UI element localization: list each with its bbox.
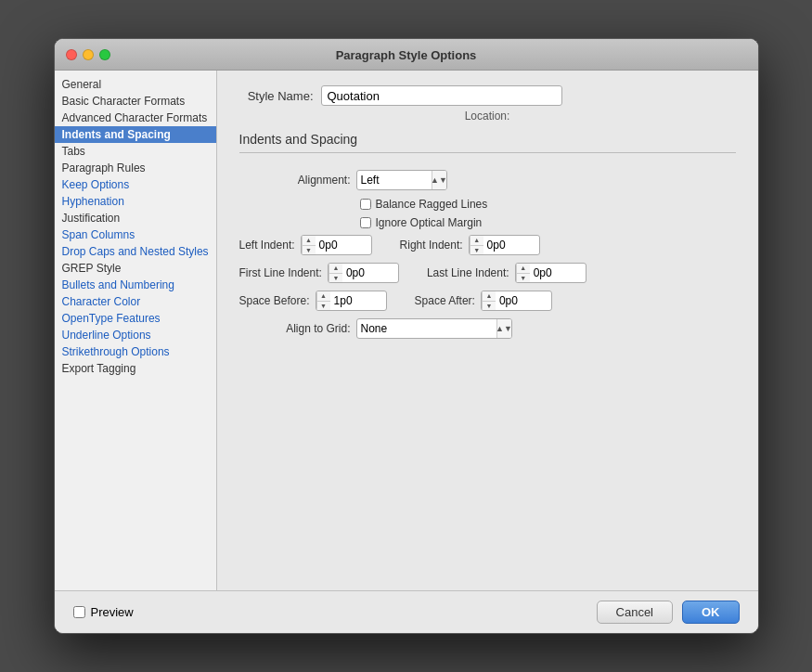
alignment-dropdown-arrow: ▲▼ (432, 170, 446, 190)
space-after-spinner: ▲ ▼ (482, 291, 496, 311)
left-indent-down[interactable]: ▼ (303, 246, 316, 256)
space-after-input-group: ▲ ▼ (481, 291, 552, 311)
left-indent-spinner: ▲ ▼ (302, 235, 316, 255)
first-line-input-group: ▲ ▼ (328, 263, 399, 283)
last-line-up[interactable]: ▲ (517, 263, 530, 274)
align-grid-arrow: ▲▼ (496, 318, 511, 339)
left-indent-input[interactable] (316, 236, 371, 254)
sidebar-item-grep-style[interactable]: GREP Style (55, 260, 216, 277)
alignment-select[interactable]: Left Center Right Justify (357, 170, 432, 190)
last-line-input[interactable] (530, 264, 586, 282)
footer-buttons: Cancel OK (597, 601, 740, 624)
right-indent-down[interactable]: ▼ (470, 246, 483, 256)
sidebar-item-tabs[interactable]: Tabs (55, 143, 216, 160)
right-indent-pair: Right Indent: ▲ ▼ (400, 235, 540, 255)
sidebar-item-bullets[interactable]: Bullets and Numbering (55, 277, 216, 293)
sidebar-item-keep-options[interactable]: Keep Options (55, 176, 216, 193)
space-row: Space Before: ▲ ▼ Space After: (239, 291, 736, 311)
align-grid-row: Align to Grid: None All Lines First Line… (239, 318, 736, 339)
sidebar-item-advanced-char[interactable]: Advanced Character Formats (55, 110, 216, 126)
left-indent-input-group: ▲ ▼ (301, 235, 372, 255)
alignment-row: Alignment: Left Center Right Justify ▲▼ (239, 170, 736, 190)
sidebar-item-drop-caps[interactable]: Drop Caps and Nested Styles (55, 243, 216, 260)
first-line-up[interactable]: ▲ (329, 263, 342, 274)
close-button[interactable] (66, 49, 77, 60)
last-line-input-group: ▲ ▼ (515, 263, 586, 283)
sidebar-item-para-rules[interactable]: Paragraph Rules (55, 160, 216, 176)
space-after-down[interactable]: ▼ (483, 302, 496, 312)
balance-ragged-checkbox[interactable] (360, 199, 371, 210)
sidebar-item-basic-char[interactable]: Basic Character Formats (55, 93, 216, 110)
first-line-label: First Line Indent: (239, 266, 322, 279)
sidebar-item-export-tagging[interactable]: Export Tagging (55, 360, 216, 377)
sidebar-item-char-color[interactable]: Character Color (55, 293, 216, 310)
last-line-label: Last Line Indent: (427, 266, 509, 279)
alignment-label: Alignment: (239, 174, 351, 187)
ignore-optical-checkbox[interactable] (360, 217, 371, 228)
dialog-title: Paragraph Style Options (336, 48, 477, 62)
first-line-spinner: ▲ ▼ (329, 263, 342, 283)
space-after-input[interactable] (496, 291, 551, 310)
space-after-up[interactable]: ▲ (483, 291, 496, 302)
space-before-up[interactable]: ▲ (317, 291, 330, 302)
window-controls (66, 49, 110, 60)
sidebar-item-indents[interactable]: Indents and Spacing (55, 126, 216, 143)
space-before-input-group: ▲ ▼ (316, 291, 387, 311)
style-name-input[interactable] (321, 85, 562, 106)
section-title: Indents and Spacing (239, 132, 736, 153)
space-after-pair: Space After: ▲ ▼ (415, 291, 552, 311)
ok-button[interactable]: OK (682, 601, 740, 624)
sidebar-item-underline[interactable]: Underline Options (55, 327, 216, 343)
dialog-body: General Basic Character Formats Advanced… (55, 71, 758, 590)
first-line-input[interactable] (342, 264, 398, 282)
align-grid-label: Align to Grid: (239, 322, 351, 335)
right-indent-spinner: ▲ ▼ (470, 235, 483, 255)
sidebar-item-strikethrough[interactable]: Strikethrough Options (55, 343, 216, 360)
left-indent-up[interactable]: ▲ (303, 235, 316, 246)
sidebar-item-hyphenation[interactable]: Hyphenation (55, 193, 216, 210)
title-bar: Paragraph Style Options (55, 39, 758, 71)
preview-label: Preview (91, 605, 134, 619)
ignore-optical-row: Ignore Optical Margin (360, 216, 736, 229)
space-before-spinner: ▲ ▼ (316, 291, 330, 311)
ignore-optical-label: Ignore Optical Margin (376, 216, 483, 229)
main-content: Style Name: Location: Indents and Spacin… (217, 71, 758, 590)
right-indent-label: Right Indent: (400, 239, 463, 252)
maximize-button[interactable] (99, 49, 110, 60)
sidebar-item-span-columns[interactable]: Span Columns (55, 226, 216, 243)
space-after-label: Space After: (415, 294, 475, 307)
paragraph-style-dialog: Paragraph Style Options General Basic Ch… (54, 38, 759, 634)
alignment-select-wrapper: Left Center Right Justify ▲▼ (356, 170, 447, 190)
last-line-spinner: ▲ ▼ (516, 263, 530, 283)
dialog-footer: Preview Cancel OK (55, 590, 758, 633)
location-label: Location: (465, 110, 510, 123)
last-line-down[interactable]: ▼ (517, 274, 530, 284)
space-before-pair: Space Before: ▲ ▼ (239, 291, 387, 311)
indent-row-2: First Line Indent: ▲ ▼ Last Line Indent: (239, 263, 736, 283)
sidebar-item-opentype[interactable]: OpenType Features (55, 310, 216, 327)
preview-area: Preview (73, 605, 134, 619)
sidebar: General Basic Character Formats Advanced… (55, 71, 217, 590)
align-grid-select-group: None All Lines First Line Only ▲▼ (356, 318, 512, 339)
align-grid-select[interactable]: None All Lines First Line Only (357, 318, 496, 339)
right-indent-input[interactable] (483, 236, 539, 254)
space-before-input[interactable] (330, 291, 386, 310)
preview-checkbox[interactable] (73, 606, 85, 618)
right-indent-up[interactable]: ▲ (470, 235, 483, 246)
space-before-label: Space Before: (239, 294, 310, 307)
minimize-button[interactable] (83, 49, 94, 60)
first-line-down[interactable]: ▼ (329, 274, 342, 284)
left-indent-label: Left Indent: (239, 239, 295, 252)
sidebar-item-justification[interactable]: Justification (55, 210, 216, 226)
location-row: Location: (239, 110, 736, 123)
right-indent-input-group: ▲ ▼ (469, 235, 540, 255)
balance-ragged-row: Balance Ragged Lines (360, 198, 736, 211)
sidebar-item-general[interactable]: General (55, 76, 216, 93)
form-area: Alignment: Left Center Right Justify ▲▼ (239, 161, 736, 339)
first-line-pair: First Line Indent: ▲ ▼ (239, 263, 399, 283)
cancel-button[interactable]: Cancel (597, 601, 673, 624)
space-before-down[interactable]: ▼ (317, 302, 330, 312)
style-name-row: Style Name: (239, 85, 736, 106)
left-indent-pair: Left Indent: ▲ ▼ (239, 235, 372, 255)
last-line-pair: Last Line Indent: ▲ ▼ (427, 263, 586, 283)
